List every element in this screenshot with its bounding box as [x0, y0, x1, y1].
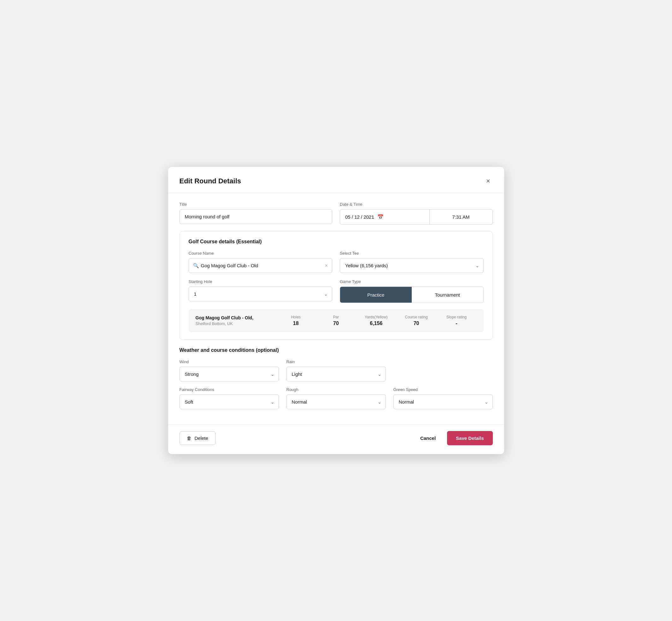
close-button[interactable]: ×: [484, 176, 493, 187]
slope-rating-value: -: [436, 321, 476, 326]
rough-group: Rough Normal ⌄: [287, 387, 386, 409]
select-tee-label: Select Tee: [340, 251, 484, 256]
wind-dropdown[interactable]: Strong: [179, 367, 279, 381]
rain-label: Rain: [287, 360, 386, 364]
starting-hole-wrapper: 1 ⌄: [189, 287, 333, 301]
time-value: 7:31 AM: [452, 214, 469, 220]
course-tee-row: Course Name 🔍 × Select Tee Yellow (6,156…: [189, 251, 484, 273]
slope-rating-stat: Slope rating -: [436, 315, 476, 326]
title-input[interactable]: [179, 209, 333, 224]
modal-header: Edit Round Details ×: [168, 167, 504, 193]
hole-gametype-row: Starting Hole 1 ⌄ Game Type Practice Tou…: [189, 279, 484, 303]
search-icon: 🔍: [193, 263, 199, 268]
starting-hole-label: Starting Hole: [189, 279, 333, 284]
modal-title: Edit Round Details: [179, 177, 241, 185]
calendar-icon: 📅: [377, 214, 384, 220]
fairway-dropdown[interactable]: Soft: [179, 395, 279, 409]
clear-course-icon[interactable]: ×: [325, 263, 328, 268]
green-wrapper: Normal ⌄: [393, 395, 493, 409]
tournament-button[interactable]: Tournament: [412, 287, 483, 303]
wind-group: Wind Strong ⌄: [179, 360, 279, 381]
save-button[interactable]: Save Details: [447, 431, 493, 445]
practice-button[interactable]: Practice: [340, 287, 412, 303]
rain-wrapper: Light ⌄: [287, 367, 386, 381]
rough-dropdown[interactable]: Normal: [287, 395, 386, 409]
title-group: Title: [179, 202, 333, 224]
datetime-label: Date & Time: [340, 202, 493, 207]
date-value: 05 / 12 / 2021: [345, 214, 374, 220]
course-rating-value: 70: [396, 321, 436, 326]
date-time-fields: 05 / 12 / 2021 📅 7:31 AM: [340, 209, 493, 225]
green-group: Green Speed Normal ⌄: [393, 387, 493, 409]
cancel-button[interactable]: Cancel: [415, 432, 441, 445]
fairway-rough-green-row: Fairway Conditions Soft ⌄ Rough Normal: [179, 387, 493, 409]
trash-icon: 🗑: [187, 436, 192, 441]
green-dropdown[interactable]: Normal: [393, 395, 493, 409]
course-name-input-wrapper: 🔍 ×: [189, 258, 333, 273]
course-rating-label: Course rating: [396, 315, 436, 319]
holes-label: Holes: [276, 315, 316, 319]
yards-value: 6,156: [356, 321, 396, 326]
par-value: 70: [316, 321, 356, 326]
weather-section: Weather and course conditions (optional)…: [179, 347, 493, 409]
datetime-group: Date & Time 05 / 12 / 2021 📅 7:31 AM: [340, 202, 493, 225]
par-label: Par: [316, 315, 356, 319]
fairway-wrapper: Soft ⌄: [179, 395, 279, 409]
course-rating-stat: Course rating 70: [396, 315, 436, 326]
select-tee-dropdown[interactable]: Yellow (6,156 yards): [340, 258, 484, 273]
time-field[interactable]: 7:31 AM: [430, 209, 493, 225]
holes-value: 18: [276, 321, 316, 326]
footer-right: Cancel Save Details: [415, 431, 493, 445]
course-info-bar: Gog Magog Golf Club - Old, Shelford Bott…: [189, 309, 484, 332]
fairway-label: Fairway Conditions: [179, 387, 279, 392]
green-label: Green Speed: [393, 387, 493, 392]
date-field[interactable]: 05 / 12 / 2021 📅: [340, 209, 430, 225]
wind-label: Wind: [179, 360, 279, 364]
yards-stat: Yards(Yellow) 6,156: [356, 315, 396, 326]
course-full-name: Gog Magog Golf Club - Old,: [196, 315, 276, 320]
rain-dropdown[interactable]: Light: [287, 367, 386, 381]
par-stat: Par 70: [316, 315, 356, 326]
slope-rating-label: Slope rating: [436, 315, 476, 319]
select-tee-wrapper: Yellow (6,156 yards) ⌄: [340, 258, 484, 273]
course-info-name: Gog Magog Golf Club - Old, Shelford Bott…: [196, 315, 276, 326]
game-type-toggle: Practice Tournament: [340, 287, 484, 303]
starting-hole-dropdown[interactable]: 1: [189, 287, 333, 301]
rough-wrapper: Normal ⌄: [287, 395, 386, 409]
rain-group: Rain Light ⌄: [287, 360, 386, 381]
wind-wrapper: Strong ⌄: [179, 367, 279, 381]
golf-course-section: Golf Course details (Essential) Course N…: [179, 231, 493, 340]
title-label: Title: [179, 202, 333, 207]
select-tee-group: Select Tee Yellow (6,156 yards) ⌄: [340, 251, 484, 273]
delete-button[interactable]: 🗑 Delete: [179, 431, 215, 445]
course-name-group: Course Name 🔍 ×: [189, 251, 333, 273]
rough-label: Rough: [287, 387, 386, 392]
delete-label: Delete: [195, 436, 208, 441]
course-name-label: Course Name: [189, 251, 333, 256]
course-location: Shelford Bottom, UK: [196, 321, 276, 326]
game-type-group: Game Type Practice Tournament: [340, 279, 484, 303]
game-type-label: Game Type: [340, 279, 484, 284]
weather-section-title: Weather and course conditions (optional): [179, 347, 493, 353]
modal-footer: 🗑 Delete Cancel Save Details: [168, 424, 504, 454]
golf-course-title: Golf Course details (Essential): [189, 239, 484, 245]
holes-stat: Holes 18: [276, 315, 316, 326]
fairway-group: Fairway Conditions Soft ⌄: [179, 387, 279, 409]
course-name-input[interactable]: [189, 258, 333, 273]
starting-hole-group: Starting Hole 1 ⌄: [189, 279, 333, 301]
title-datetime-row: Title Date & Time 05 / 12 / 2021 📅 7:31 …: [179, 202, 493, 225]
yards-label: Yards(Yellow): [356, 315, 396, 319]
modal: Edit Round Details × Title Date & Time 0…: [168, 167, 504, 454]
wind-rain-row: Wind Strong ⌄ Rain Light ⌄: [179, 360, 493, 381]
modal-body: Title Date & Time 05 / 12 / 2021 📅 7:31 …: [168, 193, 504, 424]
